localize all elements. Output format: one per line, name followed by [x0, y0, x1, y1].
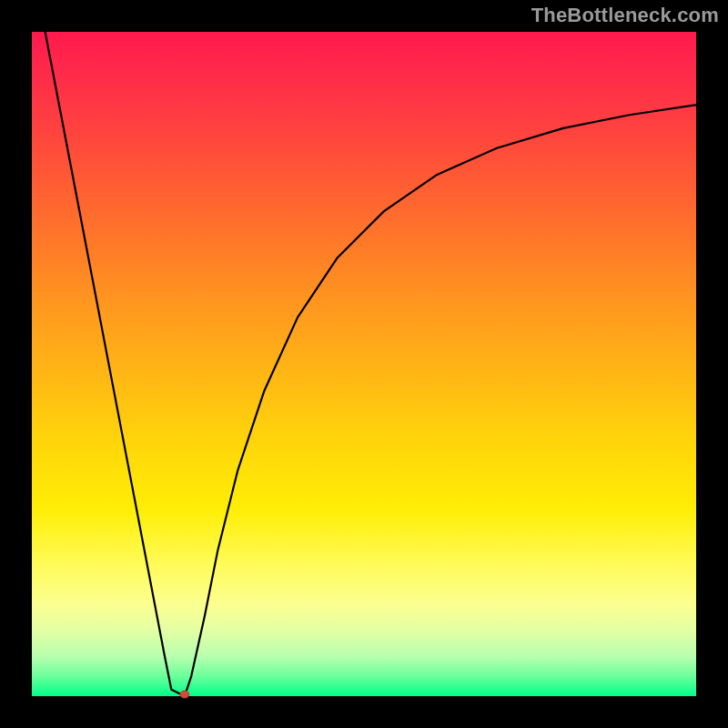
chart-svg [32, 32, 696, 696]
plot-area [32, 32, 696, 696]
chart-frame: TheBottleneck.com [0, 0, 728, 728]
bottleneck-curve [46, 32, 696, 696]
watermark-label: TheBottleneck.com [531, 4, 719, 27]
optimal-marker [180, 691, 189, 698]
